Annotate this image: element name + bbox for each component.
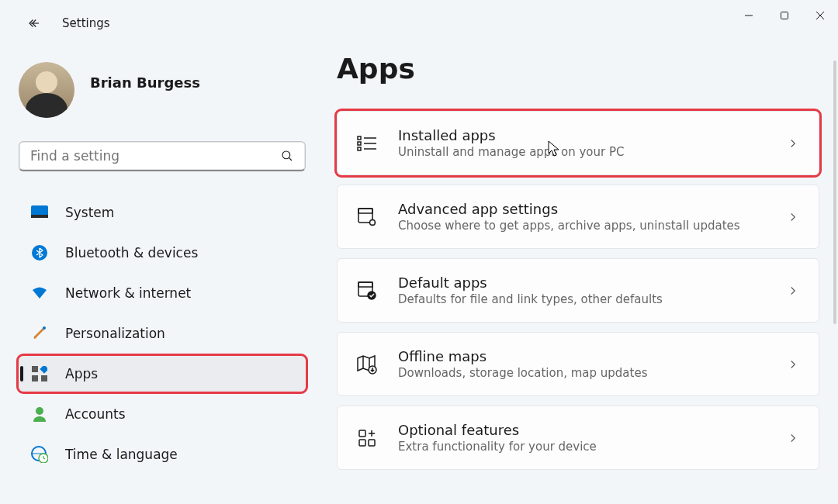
- close-button[interactable]: [802, 0, 838, 31]
- sidebar-item-time-language[interactable]: Time & language: [19, 437, 306, 472]
- svg-rect-31: [369, 440, 375, 446]
- card-offline-maps[interactable]: Offline maps Downloads, storage location…: [337, 332, 819, 396]
- sidebar-item-label: System: [65, 205, 114, 220]
- svg-rect-24: [358, 209, 372, 213]
- svg-rect-12: [32, 375, 38, 381]
- apps-icon: [31, 365, 48, 382]
- card-title: Default apps: [398, 274, 766, 291]
- person-icon: [31, 406, 48, 423]
- svg-rect-21: [358, 147, 361, 150]
- sidebar-item-label: Network & internet: [65, 285, 191, 301]
- card-title: Installed apps: [398, 127, 766, 143]
- card-subtitle: Defaults for file and link types, other …: [398, 292, 766, 306]
- profile-name: Brian Burgess: [90, 74, 200, 91]
- scrollbar[interactable]: [833, 60, 836, 324]
- card-advanced-app-settings[interactable]: Advanced app settings Choose where to ge…: [337, 185, 819, 249]
- card-title: Optional features: [398, 422, 766, 438]
- card-subtitle: Downloads, storage location, map updates: [398, 366, 766, 380]
- list-icon: [356, 133, 378, 154]
- svg-rect-11: [40, 366, 47, 374]
- profile-section[interactable]: Brian Burgess: [19, 62, 306, 118]
- chevron-right-icon: [786, 357, 800, 371]
- card-default-apps[interactable]: Default apps Defaults for file and link …: [337, 258, 819, 323]
- svg-rect-32: [359, 440, 365, 446]
- svg-line-5: [289, 157, 292, 161]
- chevron-right-icon: [786, 136, 800, 150]
- svg-point-9: [43, 326, 46, 330]
- arrow-left-icon: [27, 16, 41, 30]
- svg-rect-1: [781, 12, 788, 19]
- map-download-icon: [356, 354, 378, 375]
- svg-rect-13: [41, 375, 47, 381]
- svg-rect-30: [359, 430, 365, 437]
- card-title: Offline maps: [398, 348, 766, 364]
- search-box[interactable]: [19, 141, 306, 171]
- bluetooth-icon: [31, 244, 48, 261]
- nav: System Bluetooth & devices Network & int…: [19, 195, 306, 472]
- sidebar-item-system[interactable]: System: [19, 195, 306, 230]
- minimize-button[interactable]: [731, 0, 767, 31]
- card-subtitle: Uninstall and manage apps on your PC: [398, 145, 766, 159]
- avatar: [19, 62, 74, 118]
- app-gear-icon: [356, 206, 378, 228]
- sidebar-item-apps[interactable]: Apps: [19, 356, 306, 392]
- card-optional-features[interactable]: Optional features Extra functionality fo…: [337, 406, 819, 470]
- sidebar-item-label: Accounts: [65, 406, 126, 422]
- chevron-right-icon: [786, 284, 800, 298]
- card-subtitle: Choose where to get apps, archive apps, …: [398, 219, 766, 233]
- sidebar-item-label: Bluetooth & devices: [65, 245, 198, 261]
- svg-point-14: [36, 407, 43, 415]
- sidebar-item-personalization[interactable]: Personalization: [19, 316, 306, 351]
- search-icon: [280, 149, 294, 163]
- close-icon: [815, 11, 825, 20]
- card-subtitle: Extra functionality for your device: [398, 440, 766, 454]
- back-button[interactable]: [19, 8, 50, 39]
- maximize-icon: [780, 11, 789, 20]
- chevron-right-icon: [786, 431, 800, 445]
- sidebar-item-network[interactable]: Network & internet: [19, 275, 306, 311]
- wifi-icon: [31, 285, 48, 302]
- titlebar-label: Settings: [62, 16, 110, 30]
- card-installed-apps[interactable]: Installed apps Uninstall and manage apps…: [337, 111, 819, 175]
- sidebar-item-accounts[interactable]: Accounts: [19, 396, 306, 432]
- card-title: Advanced app settings: [398, 201, 766, 217]
- globe-clock-icon: [31, 446, 48, 463]
- svg-point-28: [368, 292, 376, 299]
- svg-rect-19: [358, 142, 361, 145]
- sidebar-item-label: Time & language: [65, 447, 178, 462]
- svg-rect-7: [31, 215, 48, 218]
- minimize-icon: [744, 11, 753, 20]
- grid-plus-icon: [356, 427, 378, 449]
- sidebar-item-label: Personalization: [65, 326, 165, 341]
- chevron-right-icon: [786, 210, 800, 224]
- search-input[interactable]: [30, 148, 280, 164]
- brush-icon: [31, 325, 48, 342]
- svg-rect-17: [358, 136, 361, 140]
- sidebar-item-label: Apps: [65, 366, 98, 381]
- maximize-button[interactable]: [767, 0, 802, 31]
- svg-rect-27: [358, 282, 372, 287]
- svg-point-4: [282, 151, 290, 159]
- app-check-icon: [356, 280, 378, 302]
- sidebar-item-bluetooth[interactable]: Bluetooth & devices: [19, 235, 306, 271]
- sidebar: Brian Burgess System Bluetooth & devices…: [19, 47, 306, 479]
- page-title: Apps: [337, 53, 819, 85]
- profile-email: [90, 91, 200, 106]
- main-content: Apps Installed apps Uninstall and manage…: [337, 47, 819, 479]
- svg-rect-10: [32, 366, 38, 372]
- system-icon: [31, 204, 48, 221]
